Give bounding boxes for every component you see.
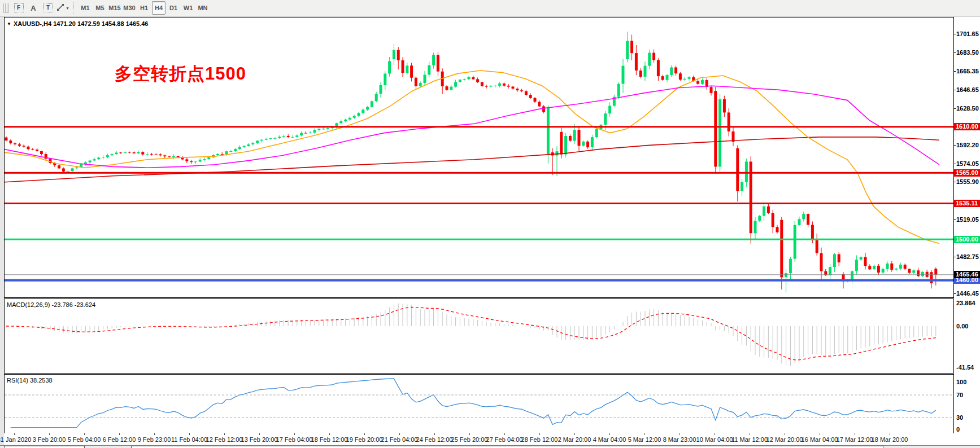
date-tick-mark bbox=[84, 433, 85, 435]
hline-price-label[interactable]: 1500.00 bbox=[954, 236, 980, 243]
date-label: 2 Mar 20:00 bbox=[558, 436, 591, 443]
date-tick-mark bbox=[504, 433, 505, 435]
date-tick-mark bbox=[49, 433, 50, 435]
date-label: 17 Mar 12:00 bbox=[837, 436, 873, 443]
date-tick-mark bbox=[154, 433, 155, 435]
date-label: 18 Mar 20:00 bbox=[872, 436, 908, 443]
date-tick-mark bbox=[890, 433, 890, 435]
price-tick-mark bbox=[953, 164, 956, 164]
date-label: 12 Feb 12:00 bbox=[206, 436, 243, 443]
price-tick-mark bbox=[953, 293, 956, 294]
candlestick-chart-svg[interactable] bbox=[5, 17, 953, 297]
date-label: 27 Feb 04:00 bbox=[486, 436, 523, 443]
timeframe-button-group: M1M5M15M30H1H4D1W1MN bbox=[78, 1, 210, 15]
price-tick-label: 1683.50 bbox=[956, 49, 979, 56]
timeframe-button-m30[interactable]: M30 bbox=[123, 1, 136, 15]
macd-tick-label: -41.54 bbox=[956, 364, 974, 371]
date-tick-mark bbox=[294, 433, 295, 435]
date-tick-mark bbox=[364, 433, 365, 435]
rsi-indicator-svg[interactable] bbox=[5, 375, 953, 433]
collapse-triangle-icon[interactable]: ▼ bbox=[7, 21, 11, 27]
date-tick-mark bbox=[855, 433, 855, 435]
toolbar-grip[interactable] bbox=[3, 3, 9, 13]
chart-tab[interactable] bbox=[131, 446, 883, 448]
price-tick-mark bbox=[953, 52, 956, 53]
chevron-down-icon: ▾ bbox=[66, 6, 68, 11]
timeframe-button-m15[interactable]: M15 bbox=[108, 1, 121, 15]
price-tick-label: 1701.65 bbox=[956, 30, 979, 37]
date-tick-mark bbox=[469, 433, 470, 435]
price-tick-label: 1446.45 bbox=[956, 290, 979, 297]
rsi-tick-label: 70 bbox=[956, 392, 963, 398]
date-label: 24 Feb 12:00 bbox=[416, 436, 453, 443]
date-label: 8 Mar 23:00 bbox=[663, 436, 696, 443]
macd-tick-label: 0.00 bbox=[956, 323, 968, 330]
date-label: 4 Mar 04:00 bbox=[593, 436, 626, 443]
date-tick-mark bbox=[785, 433, 785, 435]
price-tick-mark bbox=[953, 34, 956, 34]
timeframe-button-d1[interactable]: D1 bbox=[167, 1, 180, 15]
date-label: 17 Feb 04:00 bbox=[276, 436, 313, 443]
price-tick-label: 1482.75 bbox=[956, 253, 979, 260]
objects-tool-button[interactable]: ▾ bbox=[56, 1, 69, 15]
date-label: 9 Feb 23:00 bbox=[138, 436, 171, 443]
rsi-tick-label: 100 bbox=[956, 379, 966, 385]
date-tick-mark bbox=[680, 433, 680, 435]
date-label: 5 Mar 12:00 bbox=[628, 436, 661, 443]
date-tick-mark bbox=[119, 433, 120, 435]
price-tick-label: 1519.05 bbox=[956, 216, 979, 223]
macd-label: MACD(12,26,9) -23.786 -23.624 bbox=[7, 301, 95, 308]
date-label: 28 Feb 12:00 bbox=[521, 436, 558, 443]
timeframe-button-h1[interactable]: H1 bbox=[137, 1, 151, 15]
date-label: 11 Feb 04:00 bbox=[171, 436, 207, 443]
price-tick-mark bbox=[953, 90, 956, 90]
grid-period-tool-button[interactable]: F bbox=[12, 1, 25, 15]
date-tick-mark bbox=[609, 433, 610, 435]
toolbar-separator bbox=[73, 2, 75, 14]
date-tick-mark bbox=[399, 433, 400, 435]
letter-a-icon: A bbox=[31, 4, 36, 12]
date-label: 6 Feb 12:00 bbox=[103, 436, 136, 443]
date-label: 13 Feb 20:00 bbox=[241, 436, 278, 443]
date-tick-mark bbox=[434, 433, 435, 435]
date-tick-mark bbox=[820, 433, 820, 435]
toolbar: F A T ▾ M1M5M15M30H1H4D1W1MN bbox=[0, 0, 980, 16]
price-tick-label: 1555.90 bbox=[956, 178, 979, 185]
rsi-tick-label: 0 bbox=[956, 426, 960, 433]
hline-price-label[interactable]: 1610.00 bbox=[954, 123, 980, 130]
price-tick-label: 1574.05 bbox=[956, 160, 979, 167]
timeframe-button-w1[interactable]: W1 bbox=[181, 1, 195, 15]
current-price-label: 1465.46 bbox=[954, 271, 980, 278]
date-tick-mark bbox=[189, 433, 190, 435]
price-tick-mark bbox=[953, 219, 956, 220]
date-label: 5 Feb 04:00 bbox=[68, 436, 101, 443]
date-label: 16 Mar 04:00 bbox=[802, 436, 838, 443]
date-tick-mark bbox=[329, 433, 330, 435]
price-axis[interactable] bbox=[954, 17, 980, 434]
price-tick-label: 1592.20 bbox=[956, 142, 979, 148]
date-tick-mark bbox=[644, 433, 645, 435]
hline-price-label[interactable]: 1535.11 bbox=[954, 200, 980, 207]
date-tick-mark bbox=[715, 433, 715, 435]
price-tick-label: 1665.35 bbox=[956, 68, 979, 74]
timeframe-button-m1[interactable]: M1 bbox=[79, 1, 92, 15]
symbol-ohlc-label: XAUUSD-,H4 1471.20 1472.59 1454.88 1465.… bbox=[14, 20, 149, 27]
timeframe-button-m5[interactable]: M5 bbox=[93, 1, 107, 15]
price-tick-label: 1628.50 bbox=[956, 105, 979, 112]
price-tick-mark bbox=[953, 71, 956, 72]
price-tick-mark bbox=[953, 257, 956, 257]
chart-tab[interactable] bbox=[4, 446, 85, 448]
grid-f-icon: F bbox=[14, 3, 24, 12]
text-tool-button[interactable]: T bbox=[41, 1, 55, 15]
hline-price-label[interactable]: 1565.00 bbox=[954, 169, 980, 177]
date-label: 12 Mar 20:00 bbox=[766, 436, 803, 443]
date-tick-mark bbox=[539, 433, 540, 435]
cursor-tool-button[interactable]: A bbox=[27, 1, 40, 15]
diagonal-arrows-icon bbox=[56, 3, 65, 12]
macd-indicator-svg[interactable] bbox=[5, 299, 953, 372]
timeframe-button-h4[interactable]: H4 bbox=[152, 1, 165, 15]
timeframe-button-mn[interactable]: MN bbox=[196, 1, 210, 15]
date-label: 11 Mar 12:00 bbox=[731, 436, 768, 443]
price-tick-mark bbox=[953, 108, 956, 109]
date-tick-mark bbox=[750, 433, 750, 435]
